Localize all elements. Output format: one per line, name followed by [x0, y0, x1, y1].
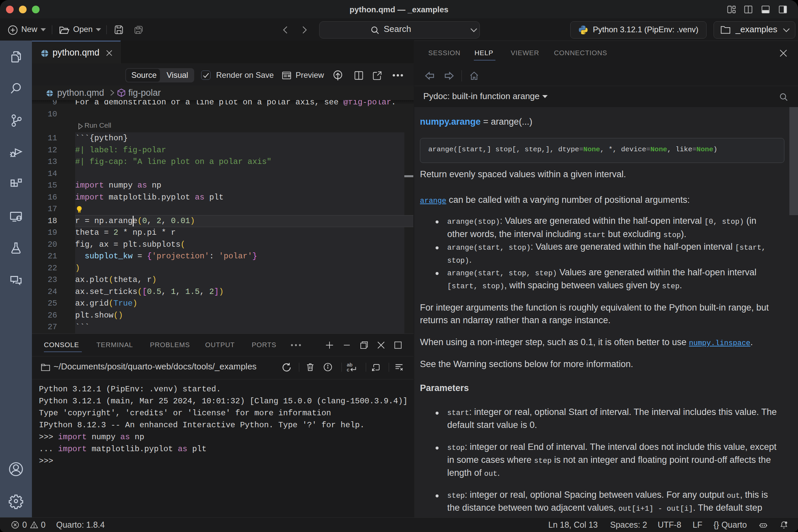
svg-text:ab: ab — [347, 362, 353, 367]
svg-text:c: c — [347, 367, 349, 373]
